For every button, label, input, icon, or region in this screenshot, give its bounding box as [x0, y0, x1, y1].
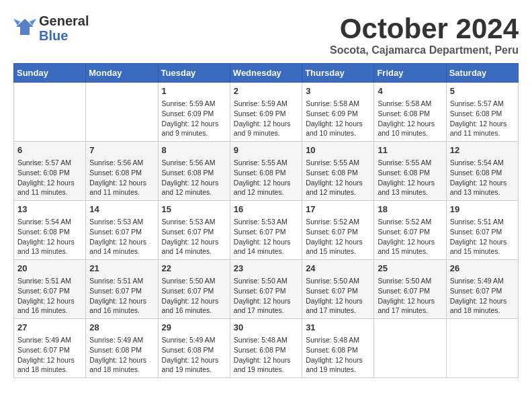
table-row: 8Sunrise: 5:56 AMSunset: 6:08 PMDaylight… — [158, 142, 230, 201]
calendar-table: Sunday Monday Tuesday Wednesday Thursday… — [13, 63, 519, 378]
table-row: 28Sunrise: 5:49 AMSunset: 6:08 PMDayligh… — [86, 318, 158, 377]
table-row: 20Sunrise: 5:51 AMSunset: 6:07 PMDayligh… — [14, 260, 86, 319]
sunset-text: Sunset: 6:08 PM — [450, 109, 515, 119]
day-number: 25 — [378, 263, 442, 275]
sunrise-text: Sunrise: 5:53 AM — [89, 217, 154, 227]
sunset-text: Sunset: 6:08 PM — [162, 168, 226, 178]
sunrise-text: Sunrise: 5:59 AM — [234, 99, 298, 109]
sunset-text: Sunset: 6:07 PM — [378, 286, 442, 296]
day-number: 14 — [89, 203, 154, 216]
table-row: 31Sunrise: 5:48 AMSunset: 6:08 PMDayligh… — [302, 318, 374, 377]
sunrise-text: Sunrise: 5:54 AM — [450, 158, 515, 168]
sunset-text: Sunset: 6:08 PM — [306, 345, 370, 355]
header-tuesday: Tuesday — [158, 64, 230, 83]
sunrise-text: Sunrise: 5:55 AM — [306, 158, 370, 168]
sunset-text: Sunset: 6:08 PM — [89, 168, 154, 178]
sunrise-text: Sunrise: 5:53 AM — [162, 217, 226, 227]
table-row: 11Sunrise: 5:55 AMSunset: 6:08 PMDayligh… — [374, 142, 446, 201]
sunrise-text: Sunrise: 5:54 AM — [17, 217, 82, 227]
sunset-text: Sunset: 6:07 PM — [234, 227, 298, 237]
sunset-text: Sunset: 6:07 PM — [450, 286, 515, 296]
daylight-text: Daylight: 12 hours and 14 minutes. — [162, 237, 226, 257]
daylight-text: Daylight: 12 hours and 12 minutes. — [234, 178, 298, 197]
day-number: 10 — [306, 144, 370, 156]
table-row: 13Sunrise: 5:54 AMSunset: 6:08 PMDayligh… — [14, 201, 86, 260]
sunset-text: Sunset: 6:08 PM — [450, 168, 515, 178]
sunrise-text: Sunrise: 5:58 AM — [378, 99, 442, 109]
sunrise-text: Sunrise: 5:49 AM — [17, 335, 82, 345]
sunrise-text: Sunrise: 5:48 AM — [234, 335, 298, 345]
sunset-text: Sunset: 6:07 PM — [89, 286, 154, 296]
daylight-text: Daylight: 12 hours and 16 minutes. — [162, 296, 226, 316]
table-row: 17Sunrise: 5:52 AMSunset: 6:07 PMDayligh… — [302, 201, 374, 260]
table-row: 22Sunrise: 5:50 AMSunset: 6:07 PMDayligh… — [158, 260, 230, 319]
sunrise-text: Sunrise: 5:57 AM — [450, 99, 515, 109]
day-number: 2 — [234, 85, 298, 97]
table-row: 25Sunrise: 5:50 AMSunset: 6:07 PMDayligh… — [374, 260, 446, 319]
location-title: Socota, Cajamarca Department, Peru — [330, 44, 519, 56]
sunrise-text: Sunrise: 5:49 AM — [89, 335, 154, 345]
daylight-text: Daylight: 12 hours and 10 minutes. — [306, 119, 370, 138]
sunrise-text: Sunrise: 5:57 AM — [17, 158, 82, 168]
header-saturday: Saturday — [446, 64, 518, 83]
table-row: 26Sunrise: 5:49 AMSunset: 6:07 PMDayligh… — [446, 260, 518, 319]
sunrise-text: Sunrise: 5:48 AM — [306, 335, 370, 345]
sunrise-text: Sunrise: 5:50 AM — [162, 276, 226, 286]
day-number: 23 — [234, 263, 298, 275]
day-number: 29 — [162, 322, 226, 334]
table-row: 9Sunrise: 5:55 AMSunset: 6:08 PMDaylight… — [230, 142, 302, 201]
sunset-text: Sunset: 6:07 PM — [306, 286, 370, 296]
sunset-text: Sunset: 6:08 PM — [89, 345, 154, 355]
day-number: 8 — [162, 144, 226, 156]
table-row: 12Sunrise: 5:54 AMSunset: 6:08 PMDayligh… — [446, 142, 518, 201]
sunrise-text: Sunrise: 5:59 AM — [162, 99, 226, 109]
day-number: 13 — [17, 203, 82, 216]
day-number: 15 — [162, 203, 226, 216]
daylight-text: Daylight: 12 hours and 18 minutes. — [17, 355, 82, 375]
daylight-text: Daylight: 12 hours and 17 minutes. — [234, 296, 298, 316]
logo-text-blue: Blue — [39, 28, 89, 43]
calendar-header: Sunday Monday Tuesday Wednesday Thursday… — [14, 64, 519, 83]
sunset-text: Sunset: 6:07 PM — [450, 227, 515, 237]
table-row: 14Sunrise: 5:53 AMSunset: 6:07 PMDayligh… — [86, 201, 158, 260]
sunset-text: Sunset: 6:07 PM — [306, 227, 370, 237]
day-number: 12 — [450, 144, 515, 156]
table-row: 19Sunrise: 5:51 AMSunset: 6:07 PMDayligh… — [446, 201, 518, 260]
header-sunday: Sunday — [14, 64, 86, 83]
day-number: 27 — [17, 322, 82, 334]
sunset-text: Sunset: 6:08 PM — [378, 109, 442, 119]
daylight-text: Daylight: 12 hours and 11 minutes. — [17, 178, 82, 197]
table-row: 30Sunrise: 5:48 AMSunset: 6:08 PMDayligh… — [230, 318, 302, 377]
sunrise-text: Sunrise: 5:52 AM — [378, 217, 442, 227]
day-number: 22 — [162, 263, 226, 275]
daylight-text: Daylight: 12 hours and 18 minutes. — [450, 296, 515, 316]
daylight-text: Daylight: 12 hours and 12 minutes. — [306, 178, 370, 197]
daylight-text: Daylight: 12 hours and 12 minutes. — [162, 178, 226, 197]
table-row: 10Sunrise: 5:55 AMSunset: 6:08 PMDayligh… — [302, 142, 374, 201]
header-thursday: Thursday — [302, 64, 374, 83]
daylight-text: Daylight: 12 hours and 11 minutes. — [89, 178, 154, 197]
daylight-text: Daylight: 12 hours and 10 minutes. — [378, 119, 442, 138]
day-number: 26 — [450, 263, 515, 275]
daylight-text: Daylight: 12 hours and 15 minutes. — [378, 237, 442, 257]
daylight-text: Daylight: 12 hours and 11 minutes. — [450, 119, 515, 138]
sunset-text: Sunset: 6:08 PM — [306, 168, 370, 178]
daylight-text: Daylight: 12 hours and 15 minutes. — [306, 237, 370, 257]
table-row: 15Sunrise: 5:53 AMSunset: 6:07 PMDayligh… — [158, 201, 230, 260]
sunset-text: Sunset: 6:07 PM — [89, 227, 154, 237]
daylight-text: Daylight: 12 hours and 14 minutes. — [234, 237, 298, 257]
day-number: 21 — [89, 263, 154, 275]
sunrise-text: Sunrise: 5:51 AM — [17, 276, 82, 286]
daylight-text: Daylight: 12 hours and 17 minutes. — [378, 296, 442, 316]
table-row — [446, 318, 518, 377]
sunrise-text: Sunrise: 5:50 AM — [234, 276, 298, 286]
sunset-text: Sunset: 6:08 PM — [234, 345, 298, 355]
table-row — [86, 83, 158, 142]
day-number: 6 — [17, 144, 82, 156]
day-number: 16 — [234, 203, 298, 216]
day-number: 24 — [306, 263, 370, 275]
sunrise-text: Sunrise: 5:49 AM — [162, 335, 226, 345]
sunset-text: Sunset: 6:08 PM — [378, 168, 442, 178]
table-row: 1Sunrise: 5:59 AMSunset: 6:09 PMDaylight… — [158, 83, 230, 142]
daylight-text: Daylight: 12 hours and 9 minutes. — [234, 119, 298, 138]
